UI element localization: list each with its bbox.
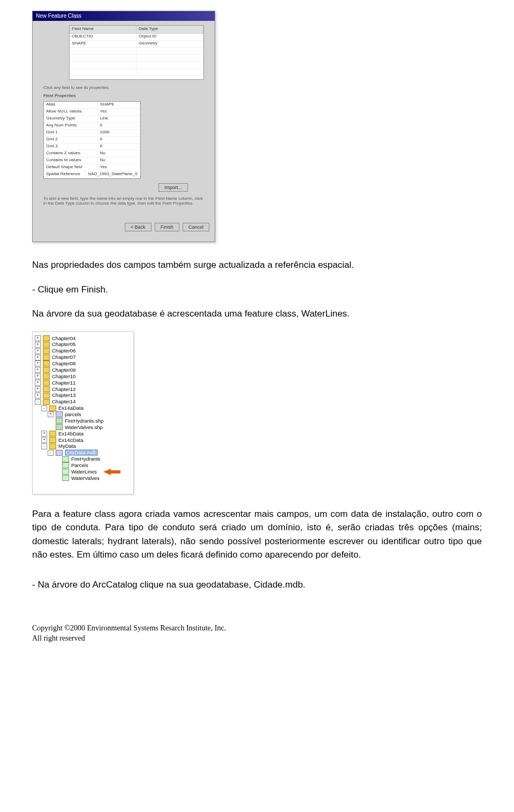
col-data-type: Data Type: [137, 26, 203, 33]
fc-icon: [62, 469, 69, 475]
tree-item-label: Chapter07: [52, 354, 75, 360]
field-properties-table: AliasSHAPE Allow NULL valuesYes Geometry…: [43, 101, 141, 179]
tree-item[interactable]: +Chapter11: [35, 380, 131, 386]
tree-toggle-icon[interactable]: +: [35, 342, 41, 348]
tree-item-label: Ex14bData: [58, 431, 84, 437]
tree-item[interactable]: +Chapter13: [35, 392, 131, 399]
tree-item[interactable]: +Chapter06: [35, 348, 131, 354]
folder-icon: [49, 405, 56, 411]
field-props-label: Field Properties: [43, 93, 204, 98]
fields-table: Field Name Data Type OBJECTIDObject ID S…: [69, 25, 204, 80]
folder-icon: [43, 367, 50, 373]
tree-item-label: WaterLines: [71, 469, 97, 475]
tree-item-label: Parcels: [71, 462, 88, 469]
tree-item-label: Chapter06: [52, 348, 75, 354]
dialog-tip: To add a new field, type the name into a…: [43, 196, 204, 206]
copyright-line: Copyright ©2000 Environmental Systems Re…: [32, 623, 482, 634]
tree-toggle-icon[interactable]: +: [41, 431, 47, 437]
tree-item-label: Chapter05: [52, 341, 75, 348]
tree-toggle-icon[interactable]: +: [35, 355, 41, 360]
tree-item[interactable]: WaterValves.shp: [35, 424, 131, 431]
folder-icon: [43, 342, 50, 348]
cancel-button[interactable]: Cancel: [183, 223, 209, 231]
import-button[interactable]: Import...: [158, 183, 188, 192]
col-field-name: Field Name: [70, 26, 137, 33]
tree-item[interactable]: +Chapter09: [35, 367, 131, 373]
tree-toggle-icon[interactable]: -: [35, 399, 41, 405]
tree-toggle-icon[interactable]: +: [35, 393, 41, 399]
rights-line: All right reserved: [32, 634, 482, 644]
tree-item-label: FireHydrants: [71, 456, 100, 462]
new-feature-class-dialog: New Feature Class Field Name Data Type O…: [32, 11, 215, 242]
tree-toggle-icon[interactable]: +: [48, 411, 54, 417]
tree-item-label: Chapter11: [52, 380, 75, 386]
shp-icon: [56, 424, 63, 430]
tree-item-label: MyData: [58, 443, 76, 449]
step-click-finish: - Clique em Finish.: [32, 283, 482, 297]
gdb-icon: [56, 411, 63, 417]
tree-toggle-icon[interactable]: +: [41, 437, 47, 443]
folder-icon: [43, 373, 50, 379]
tree-item-label: WaterValves: [71, 475, 100, 482]
folder-icon: [43, 380, 50, 386]
tree-item-label: Chapter09: [52, 367, 75, 373]
tree-item-label: WaterValves.shp: [65, 424, 103, 431]
footer: Copyright ©2000 Environmental Systems Re…: [32, 623, 482, 644]
tree-toggle-icon[interactable]: +: [35, 335, 41, 341]
folder-icon: [43, 393, 50, 399]
tree-item[interactable]: +Chapter07: [35, 354, 131, 360]
folder-icon: [43, 386, 50, 392]
highlight-arrow-icon: [103, 469, 111, 475]
tree-toggle-icon[interactable]: +: [35, 380, 41, 386]
tree-item[interactable]: +Ex14cData: [35, 437, 131, 443]
tree-item[interactable]: +Chapter04: [35, 335, 131, 342]
tree-item-label: parcels: [65, 411, 81, 418]
back-button[interactable]: < Back: [125, 223, 152, 231]
tree-item-label: FireHydrants.shp: [65, 418, 103, 424]
fc-icon: [62, 462, 69, 468]
tree-item[interactable]: +Ex14bData: [35, 431, 131, 437]
tree-item[interactable]: -Ex14aData: [35, 405, 131, 411]
tree-toggle-icon[interactable]: +: [35, 360, 41, 366]
tree-toggle-icon[interactable]: -: [41, 443, 47, 449]
paragraph-1: Nas propriedades dos campos também surge…: [32, 258, 482, 272]
tree-item[interactable]: -CityData.mdb: [35, 449, 131, 456]
tree-item[interactable]: +Chapter12: [35, 386, 131, 393]
tree-item[interactable]: FireHydrants.shp: [35, 418, 131, 424]
gdb-icon: [56, 450, 63, 456]
step-click-gdb: - Na árvore do ArcCatalog clique na sua …: [32, 578, 482, 592]
folder-icon: [43, 335, 50, 341]
tree-item[interactable]: +Chapter05: [35, 341, 131, 348]
finish-button[interactable]: Finish: [155, 223, 179, 231]
tree-toggle-icon[interactable]: -: [48, 450, 54, 456]
tree-item[interactable]: FireHydrants: [35, 456, 131, 462]
tree-item-label: CityData.mdb: [65, 449, 98, 456]
folder-icon: [49, 431, 56, 437]
tree-toggle-icon[interactable]: +: [35, 367, 41, 373]
fc-icon: [62, 475, 69, 481]
tree-item-label: Chapter12: [52, 386, 75, 393]
tree-toggle-icon[interactable]: +: [35, 348, 41, 354]
fc-icon: [62, 456, 69, 462]
paragraph-3: Para a feature class agora criada vamos …: [32, 507, 482, 562]
tree-toggle-icon[interactable]: +: [35, 386, 41, 392]
tree-item[interactable]: +Chapter08: [35, 360, 131, 367]
folder-icon: [49, 437, 56, 443]
tree-item[interactable]: Parcels: [35, 462, 131, 469]
tree-item-label: Ex14aData: [58, 405, 84, 411]
tree-toggle-icon[interactable]: +: [35, 373, 41, 379]
tree-item[interactable]: -MyData: [35, 443, 131, 449]
tree-item[interactable]: +parcels: [35, 411, 131, 418]
folder-icon: [43, 360, 50, 366]
tree-item[interactable]: WaterValves: [35, 475, 131, 482]
shp-icon: [56, 418, 63, 424]
dialog-hint: Click any field to see its properties.: [43, 85, 204, 90]
folder-icon: [43, 355, 50, 360]
tree-item[interactable]: -Chapter14: [35, 399, 131, 405]
tree-item[interactable]: WaterLines: [35, 469, 131, 475]
tree-item-label: Chapter14: [52, 399, 75, 405]
tree-item[interactable]: +Chapter10: [35, 373, 131, 380]
tree-toggle-icon[interactable]: -: [41, 405, 47, 411]
tree-item-label: Chapter04: [52, 335, 75, 342]
tree-item-label: Chapter10: [52, 373, 75, 380]
